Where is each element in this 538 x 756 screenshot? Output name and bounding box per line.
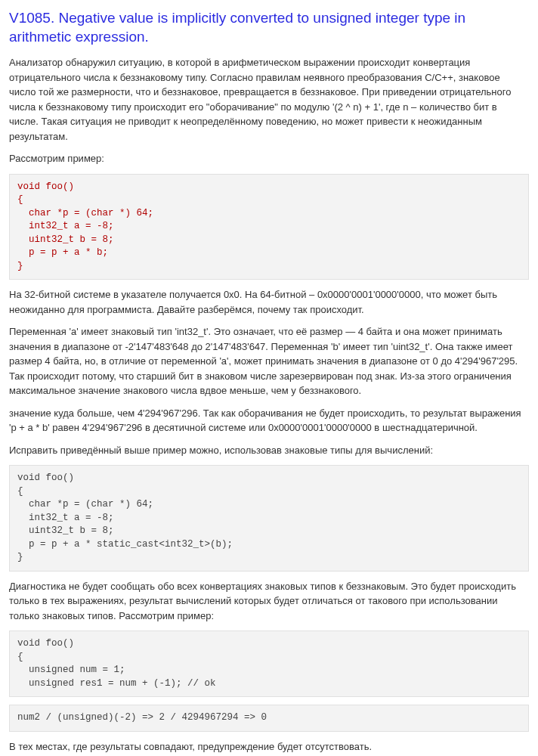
paragraph-explain-3: значение куда больше, чем 4'294'967'296.… [9,406,529,435]
paragraph-explain-1: На 32-битной системе в указателе получае… [9,287,529,317]
code-example-fixed: void foo() { char *p = (char *) 64; int3… [9,465,529,572]
page-title: V1085. Negative value is implicitly conv… [9,9,529,46]
paragraph-fix-intro: Исправить приведённый выше пример можно,… [9,443,529,458]
paragraph-diag-scope: Диагностика не будет сообщать обо всех к… [9,579,529,624]
paragraph-no-warning: В тех местах, где результаты совпадают, … [9,739,529,754]
paragraph-intro: Анализатор обнаружил ситуацию, в которой… [9,55,529,144]
code-example-scope-2: num2 / (unsigned)(-2) => 2 / 4294967294 … [9,705,529,732]
code-example-bad: void foo() { char *p = (char *) 64; int3… [9,174,529,280]
paragraph-example-intro: Рассмотрим пример: [9,151,529,166]
paragraph-explain-2: Переменная 'a' имеет знаковый тип 'int32… [9,324,529,398]
code-example-scope-1: void foo() { unsigned num = 1; unsigned … [9,631,529,697]
